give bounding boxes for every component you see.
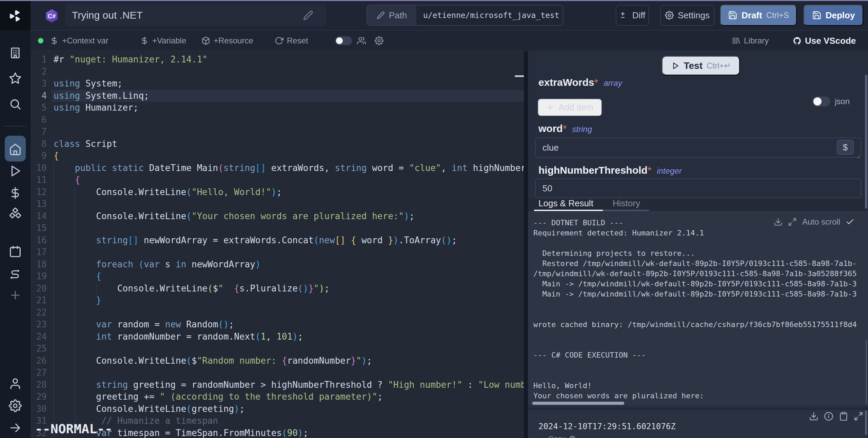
download-logs-icon[interactable]: [774, 217, 783, 226]
log-line: [533, 309, 868, 320]
log-lines: --- DOTNET BUILD ---Requirement detected…: [533, 218, 868, 401]
sidebar-item-route[interactable]: [0, 265, 31, 284]
threshold-input[interactable]: [535, 178, 861, 198]
code-line: 29 greeting += " (according to the thres…: [31, 391, 524, 403]
test-button[interactable]: Test Ctrl+↵: [662, 56, 740, 75]
info-icon[interactable]: [824, 412, 833, 421]
user-icon: [9, 377, 22, 390]
tab-logs-result[interactable]: Logs & Result: [538, 198, 593, 209]
add-variable-label: +Variable: [152, 36, 186, 45]
code-line: 23 var random = new Random();: [31, 319, 524, 331]
cubes-icon: [9, 208, 22, 221]
sidebar-item-user[interactable]: [0, 374, 31, 393]
download-result-icon[interactable]: [809, 412, 818, 421]
code-line: 12 Console.WriteLine("Hello, World!");: [31, 186, 524, 198]
log-line: wrote cached binary: /tmp/windmill/cache…: [533, 320, 868, 330]
log-line: Hello, World!: [533, 381, 868, 391]
add-variable-button[interactable]: +Variable: [140, 31, 186, 51]
library-button[interactable]: Library: [732, 31, 769, 51]
status-dot: [38, 38, 43, 43]
code-line: 22: [31, 307, 524, 319]
result-scrollbar[interactable]: [865, 411, 867, 435]
json-toggle-label: json: [835, 97, 850, 106]
sidebar-logo[interactable]: [0, 1, 31, 31]
sidebar-item-dollar[interactable]: [0, 184, 31, 203]
code-line: 1#r "nuget: Humanizer, 2.14.1": [31, 54, 524, 66]
code-line: 21 }: [31, 294, 524, 307]
script-title: Trying out .NET: [72, 9, 303, 21]
code-line: 27: [31, 367, 524, 379]
reset-button[interactable]: Reset: [275, 31, 308, 51]
edit-title-icon[interactable]: [303, 10, 313, 20]
deploy-button[interactable]: Deploy: [804, 5, 863, 26]
vim-mode-indicator: --NORMAL--: [35, 421, 113, 436]
panel-scrollbar[interactable]: [865, 75, 867, 209]
panel-splitter[interactable]: [524, 51, 528, 438]
copy-result-button[interactable]: Copy: [548, 435, 576, 438]
search-icon: [9, 98, 22, 111]
clipboard-icon: [569, 436, 576, 438]
dollar-icon: [50, 36, 59, 45]
code-line: 19 {: [31, 270, 524, 283]
copy-label: Copy: [548, 435, 566, 438]
field-label-word: word* string: [538, 123, 592, 134]
editor-settings-button[interactable]: [375, 31, 383, 51]
insert-variable-button[interactable]: $: [837, 140, 854, 155]
sidebar-item-cubes[interactable]: [0, 205, 31, 224]
path-field[interactable]: Path u/etienne/microsoft_java_test: [367, 5, 563, 26]
sidebar-item-play[interactable]: [0, 161, 31, 180]
code-line: 26 Console.WriteLine($"Random number: {r…: [31, 355, 524, 367]
dollar-icon: [9, 187, 22, 199]
settings-button[interactable]: Settings: [660, 5, 714, 26]
run-panel: Test Ctrl+↵ extraWords* array json Add i…: [528, 51, 868, 438]
test-label: Test: [684, 60, 703, 71]
script-title-field[interactable]: Trying out .NET: [65, 4, 326, 26]
path-label-section: Path: [367, 5, 416, 25]
draft-shortcut: Ctrl+S: [766, 11, 789, 20]
add-resource-button[interactable]: +Resource: [201, 31, 253, 51]
settings-label: Settings: [678, 10, 710, 21]
log-vertical-scrollbar[interactable]: [866, 340, 867, 404]
draft-button[interactable]: Draft Ctrl+S: [720, 5, 797, 26]
code-line: 7: [31, 126, 524, 138]
reset-label: Reset: [287, 36, 308, 45]
edit-path-icon: [377, 11, 385, 19]
add-item-button[interactable]: Add item: [537, 98, 602, 116]
log-output[interactable]: --- DOTNET BUILD ---Requirement detected…: [528, 211, 868, 406]
sidebar-item-plus[interactable]: [0, 286, 31, 305]
expand-logs-icon[interactable]: [788, 217, 797, 226]
editor-scroll-handle[interactable]: [515, 75, 524, 77]
sidebar-item-arrow-right[interactable]: [0, 418, 31, 437]
results-tabbar: Logs & Result History: [528, 198, 868, 211]
sidebar-item-star[interactable]: [0, 69, 31, 88]
autoscroll-label[interactable]: Auto scroll: [802, 217, 840, 227]
add-context-var-button[interactable]: +Context var: [50, 31, 108, 51]
diff-button[interactable]: Diff: [616, 5, 649, 26]
log-horizontal-scrollbar[interactable]: [532, 402, 624, 405]
resize-grip-icon[interactable]: [854, 153, 860, 159]
sidebar-item-building[interactable]: [0, 43, 31, 62]
sidebar-item-search[interactable]: [0, 95, 31, 114]
assistant-toggle[interactable]: [335, 31, 352, 51]
sidebar: [0, 1, 31, 438]
tab-history[interactable]: History: [613, 198, 640, 209]
field-label-extrawords: extraWords* array: [538, 77, 622, 88]
code-line: 15: [31, 222, 524, 234]
result-timestamp: 2024-12-10T17:29:51.6021076Z: [538, 422, 676, 431]
code-line: 16 string[] newWordArray = extraWords.Co…: [31, 234, 524, 247]
sidebar-item-gear[interactable]: [0, 396, 31, 415]
code-line: 3using System;: [31, 78, 524, 90]
sidebar-item-calendar[interactable]: [0, 242, 31, 261]
log-controls: Auto scroll: [774, 217, 854, 227]
sidebar-item-home[interactable]: [0, 140, 31, 159]
use-vscode-button[interactable]: Use VScode: [793, 31, 856, 51]
code-editor[interactable]: 1#r "nuget: Humanizer, 2.14.1"23using Sy…: [31, 51, 524, 438]
collaborators-button[interactable]: [357, 31, 366, 51]
windmill-logo-icon: [8, 9, 22, 23]
json-toggle[interactable]: [812, 96, 830, 107]
code-lines: 1#r "nuget: Humanizer, 2.14.1"23using Sy…: [31, 54, 524, 438]
word-input[interactable]: [535, 137, 861, 158]
clipboard-icon[interactable]: [839, 412, 848, 421]
code-line: 4using System.Linq;: [31, 90, 524, 102]
expand-result-icon[interactable]: [854, 412, 863, 421]
